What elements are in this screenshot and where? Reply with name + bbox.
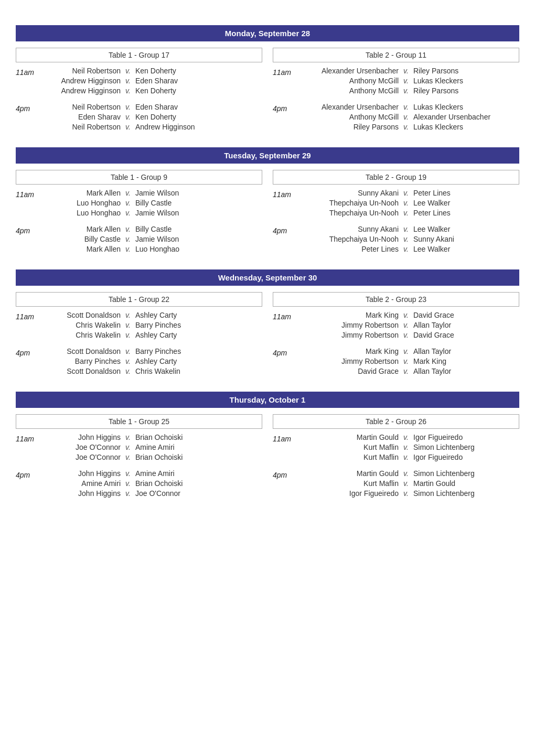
vs-label: v. — [124, 77, 132, 85]
matches-2-0-1: Scott Donaldsonv.Barry PinchesBarry Pinc… — [39, 347, 262, 377]
player1: Andrew Higginson — [39, 87, 121, 95]
player1: Anthony McGill — [296, 77, 399, 85]
matches-2-1-0: Mark Kingv.David GraceJimmy Robertsonv.A… — [296, 311, 519, 341]
time-text: 4pm — [273, 104, 287, 113]
player2: David Grace — [413, 331, 454, 339]
player1: Mark Allen — [39, 225, 121, 233]
player1: Billy Castle — [39, 235, 121, 243]
vs-label: v. — [124, 245, 132, 253]
player1: Neil Robertson — [39, 123, 121, 131]
session-1-1-0: 11amSunny Akaniv.Peter LinesThepchaiya U… — [273, 189, 519, 219]
vs-label: v. — [402, 311, 410, 319]
vs-label: v. — [124, 123, 132, 131]
match-row: Jimmy Robertsonv.Mark King — [296, 357, 519, 365]
player1: Joe O'Connor — [39, 443, 121, 451]
match-row: Luo Honghaov.Billy Castle — [39, 199, 262, 207]
player1: John Higgins — [39, 433, 121, 441]
player2: Luo Honghao — [135, 245, 179, 253]
match-row: Anthony McGillv.Riley Parsons — [296, 87, 519, 95]
match-row: Joe O'Connorv.Amine Amiri — [39, 443, 262, 451]
time-text: 4pm — [16, 471, 30, 479]
vs-label: v. — [124, 199, 132, 207]
table-title-3-1: Table 2 - Group 26 — [273, 414, 519, 429]
time-label-0-1-1: 4pm — [273, 103, 296, 133]
match-row: Billy Castlev.Jamie Wilson — [39, 235, 262, 243]
match-row: John Higginsv.Amine Amiri — [39, 469, 262, 478]
match-row: John Higginsv.Brian Ochoiski — [39, 433, 262, 441]
time-text: 4pm — [273, 226, 287, 235]
match-row: Sunny Akaniv.Lee Walker — [296, 225, 519, 233]
page-wrapper: Monday, September 28Table 1 - Group 1711… — [0, 0, 535, 530]
player2: Amine Amiri — [135, 443, 175, 451]
player1: Sunny Akani — [296, 189, 399, 197]
vs-label: v. — [124, 479, 132, 488]
session-3-0-0: 11amJohn Higginsv.Brian OchoiskiJoe O'Co… — [16, 433, 262, 463]
player2: David Grace — [413, 311, 454, 319]
player1: Eden Sharav — [39, 113, 121, 121]
player2: Billy Castle — [135, 199, 172, 207]
player2: Eden Sharav — [135, 77, 178, 85]
player2: Simon Lichtenberg — [413, 443, 475, 451]
vs-label: v. — [124, 113, 132, 121]
player1: Sunny Akani — [296, 225, 399, 233]
player2: Simon Lichtenberg — [413, 469, 475, 478]
vs-label: v. — [124, 357, 132, 365]
match-row: Neil Robertsonv.Ken Doherty — [39, 67, 262, 75]
player1: Alexander Ursenbacher — [296, 67, 399, 75]
table-title-2-1: Table 2 - Group 23 — [273, 292, 519, 307]
match-row: Martin Gouldv.Simon Lichtenberg — [296, 469, 519, 478]
player2: Andrew Higginson — [135, 123, 195, 131]
tables-row-2: Table 1 - Group 2211amScott Donaldsonv.A… — [16, 292, 519, 377]
player2: Lukas Kleckers — [413, 123, 463, 131]
match-row: Eden Sharavv.Ken Doherty — [39, 113, 262, 121]
match-row: Martin Gouldv.Igor Figueiredo — [296, 433, 519, 441]
table-title-3-0: Table 1 - Group 25 — [16, 414, 262, 429]
table-title-1-0: Table 1 - Group 9 — [16, 170, 262, 185]
player1: Riley Parsons — [296, 123, 399, 131]
session-2-0-1: 4pmScott Donaldsonv.Barry PinchesBarry P… — [16, 347, 262, 377]
session-1-0-1: 4pmMark Allenv.Billy CastleBilly Castlev… — [16, 225, 262, 255]
player2: Allan Taylor — [413, 367, 451, 375]
player1: Jimmy Robertson — [296, 357, 399, 365]
vs-label: v. — [402, 77, 410, 85]
player1: Alexander Ursenbacher — [296, 103, 399, 111]
match-row: Chris Wakelinv.Barry Pinches — [39, 321, 262, 329]
match-row: John Higginsv.Joe O'Connor — [39, 489, 262, 498]
player2: Mark King — [413, 357, 446, 365]
player2: Brian Ochoiski — [135, 479, 183, 488]
time-text: 4pm — [273, 471, 287, 479]
player1: Igor Figueiredo — [296, 489, 399, 498]
player1: Andrew Higginson — [39, 77, 121, 85]
matches-3-1-0: Martin Gouldv.Igor FigueiredoKurt Maflin… — [296, 433, 519, 463]
matches-0-1-0: Alexander Ursenbacherv.Riley ParsonsAnth… — [296, 67, 519, 96]
player2: Barry Pinches — [135, 321, 181, 329]
day-header-2: Wednesday, September 30 — [16, 269, 519, 286]
time-label-0-0-1: 4pm — [16, 103, 39, 133]
table-block-3-1: Table 2 - Group 2611amMartin Gouldv.Igor… — [273, 414, 519, 499]
player2: Ken Doherty — [135, 67, 176, 75]
player1: Luo Honghao — [39, 199, 121, 207]
player2: Sunny Akani — [413, 235, 454, 243]
matches-3-1-1: Martin Gouldv.Simon LichtenbergKurt Mafl… — [296, 469, 519, 499]
matches-2-0-0: Scott Donaldsonv.Ashley CartyChris Wakel… — [39, 311, 262, 341]
player2: Simon Lichtenberg — [413, 489, 475, 498]
day-header-0: Monday, September 28 — [16, 25, 519, 41]
table-title-1-1: Table 2 - Group 19 — [273, 170, 519, 185]
time-text: 11am — [273, 68, 291, 77]
player2: Allan Taylor — [413, 347, 451, 355]
vs-label: v. — [402, 357, 410, 365]
player1: Amine Amiri — [39, 479, 121, 488]
player1: Barry Pinches — [39, 357, 121, 365]
player1: Peter Lines — [296, 245, 399, 253]
player2: Martin Gould — [413, 479, 455, 488]
matches-3-0-1: John Higginsv.Amine AmiriAmine Amiriv.Br… — [39, 469, 262, 499]
vs-label: v. — [124, 443, 132, 451]
player1: Luo Honghao — [39, 209, 121, 217]
vs-label: v. — [402, 479, 410, 488]
player2: Lukas Kleckers — [413, 103, 463, 111]
time-label-3-0-0: 11am — [16, 433, 39, 463]
vs-label: v. — [402, 245, 410, 253]
match-row: Mark Kingv.Allan Taylor — [296, 347, 519, 355]
time-text: 4pm — [16, 104, 30, 113]
time-text: 4pm — [16, 349, 30, 357]
